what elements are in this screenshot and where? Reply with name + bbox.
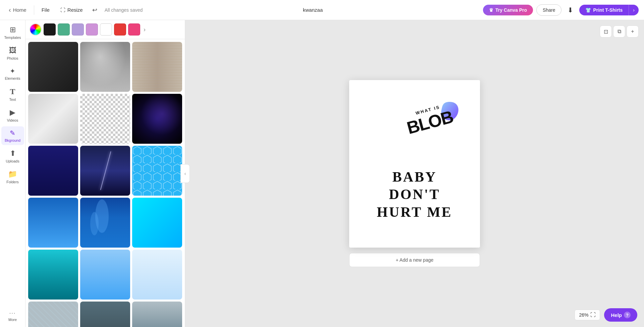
color-swatch-black[interactable] — [44, 23, 56, 36]
sidebar-item-videos[interactable]: ▶ Videos — [1, 106, 24, 125]
color-swatch-purple[interactable] — [86, 23, 98, 36]
background-item[interactable] — [132, 250, 182, 300]
topbar: ‹ Home File ⛶ Resize ↩ All changes saved… — [0, 0, 644, 20]
color-swatch-pink[interactable] — [128, 23, 140, 36]
topbar-right: ♛ Try Canva Pro Share ⬇ 👕 Print T-Shirts… — [483, 3, 639, 17]
sidebar-item-templates[interactable]: ⊞ Templates — [1, 23, 24, 42]
zoom-level: 26% — [579, 312, 588, 318]
bottom-right-controls: 26% ⛶ Help ? — [575, 308, 637, 322]
background-item[interactable] — [80, 94, 130, 144]
topbar-center: kwanzaa — [147, 7, 479, 13]
background-icon: ✎ — [10, 129, 15, 137]
canvas-text-blob: BLOB — [405, 108, 454, 137]
sidebar-item-more[interactable]: ··· More — [1, 308, 24, 324]
hide-panel-icon: ‹ — [184, 171, 186, 176]
hide-panel-button[interactable]: ‹ — [180, 164, 190, 183]
sidebar-label-folders: Folders — [6, 180, 19, 184]
home-button[interactable]: ‹ Home — [5, 4, 30, 16]
chevron-down-icon: › — [633, 7, 635, 13]
background-item[interactable] — [80, 198, 130, 248]
background-item[interactable] — [80, 42, 130, 92]
divider — [34, 5, 34, 15]
undo-button[interactable]: ↩ — [90, 4, 99, 16]
expand-icon: ⛶ — [590, 312, 596, 318]
sidebar-label-uploads: Uploads — [6, 159, 19, 163]
main-area: ⊞ Templates 🖼 Photos ✦ Elements T Text ▶… — [0, 20, 644, 327]
background-item[interactable] — [28, 42, 78, 92]
copy-tool-button[interactable]: ⧉ — [613, 25, 625, 38]
sidebar-label-templates: Templates — [4, 36, 21, 40]
sidebar-item-uploads[interactable]: ⬆ Uploads — [1, 146, 24, 166]
canvas-area: ⊡ ⧉ + — [185, 20, 644, 327]
file-button[interactable]: File — [38, 5, 53, 15]
frame-icon: ⊡ — [604, 28, 608, 35]
svg-rect-1 — [132, 146, 182, 196]
color-wheel-button[interactable] — [30, 23, 42, 36]
color-swatch-teal[interactable] — [58, 23, 70, 36]
photos-icon: 🖼 — [9, 46, 16, 55]
file-label: File — [42, 7, 50, 13]
canvas-text-line1: BABY — [349, 168, 480, 186]
help-button[interactable]: Help ? — [604, 308, 637, 322]
sidebar-label-text: Text — [9, 97, 16, 102]
print-dropdown-button[interactable]: › — [629, 5, 639, 15]
help-label: Help — [611, 312, 622, 318]
background-item[interactable] — [132, 302, 182, 327]
try-pro-label: Try Canva Pro — [495, 7, 527, 13]
background-item[interactable] — [28, 198, 78, 248]
canvas-text-main: BABY DON'T HURT ME — [349, 168, 480, 221]
color-swatch-white[interactable] — [100, 23, 112, 36]
frame-tool-button[interactable]: ⊡ — [600, 25, 612, 38]
tshirt-icon: 👕 — [585, 7, 591, 13]
background-item[interactable] — [132, 94, 182, 144]
print-button[interactable]: 👕 Print T-Shirts — [579, 5, 629, 15]
topbar-left: ‹ Home File ⛶ Resize ↩ All changes saved — [5, 4, 143, 16]
background-item[interactable] — [80, 146, 130, 196]
background-item[interactable] — [80, 302, 130, 327]
canvas-wrapper: WHAT IS BLOB BABY DON'T HURT ME + Add a … — [349, 80, 480, 267]
sidebar-item-folders[interactable]: 📁 Folders — [1, 167, 24, 187]
color-more-button[interactable]: › — [142, 25, 147, 35]
background-item[interactable] — [28, 302, 78, 327]
zoom-indicator[interactable]: 26% ⛶ — [575, 310, 600, 320]
templates-icon: ⊞ — [10, 25, 16, 34]
videos-icon: ▶ — [10, 108, 15, 117]
sidebar-item-photos[interactable]: 🖼 Photos — [1, 44, 24, 63]
background-item[interactable] — [28, 146, 78, 196]
background-item[interactable] — [80, 250, 130, 300]
left-sidebar: ⊞ Templates 🖼 Photos ✦ Elements T Text ▶… — [0, 20, 25, 327]
add-icon: + — [631, 28, 634, 35]
sidebar-label-background: Bkground — [5, 138, 20, 142]
sidebar-item-elements[interactable]: ✦ Elements — [1, 64, 24, 83]
copy-icon: ⧉ — [618, 28, 621, 35]
panel-container: › — [25, 20, 185, 327]
sidebar-label-videos: Videos — [7, 118, 18, 122]
canvas-page[interactable]: WHAT IS BLOB BABY DON'T HURT ME — [349, 80, 480, 248]
print-label: Print T-Shirts — [593, 7, 623, 13]
download-button[interactable]: ⬇ — [565, 3, 576, 17]
background-item[interactable] — [28, 94, 78, 144]
saved-indicator: All changes saved — [105, 7, 143, 13]
resize-button[interactable]: ⛶ Resize — [57, 5, 86, 15]
canvas-toolbar: ⊡ ⧉ + — [600, 25, 639, 38]
background-item[interactable] — [28, 250, 78, 300]
share-button[interactable]: Share — [536, 4, 561, 16]
background-item[interactable] — [132, 146, 182, 196]
add-page-button[interactable]: + Add a new page — [349, 253, 480, 267]
help-icon: ? — [624, 312, 631, 318]
try-pro-button[interactable]: ♛ Try Canva Pro — [483, 5, 533, 15]
background-item[interactable] — [132, 42, 182, 92]
background-item[interactable] — [132, 198, 182, 248]
share-label: Share — [543, 7, 555, 13]
color-swatch-red[interactable] — [114, 23, 126, 36]
more-icon: ··· — [9, 310, 16, 316]
uploads-icon: ⬆ — [10, 149, 16, 158]
text-icon: T — [10, 87, 15, 96]
print-button-group: 👕 Print T-Shirts › — [579, 5, 639, 15]
sidebar-item-text[interactable]: T Text — [1, 84, 24, 104]
backgrounds-grid — [25, 39, 185, 327]
download-icon: ⬇ — [568, 6, 573, 14]
add-tool-button[interactable]: + — [627, 25, 639, 38]
color-swatch-lavender[interactable] — [72, 23, 84, 36]
sidebar-item-background[interactable]: ✎ Bkground — [1, 126, 24, 145]
